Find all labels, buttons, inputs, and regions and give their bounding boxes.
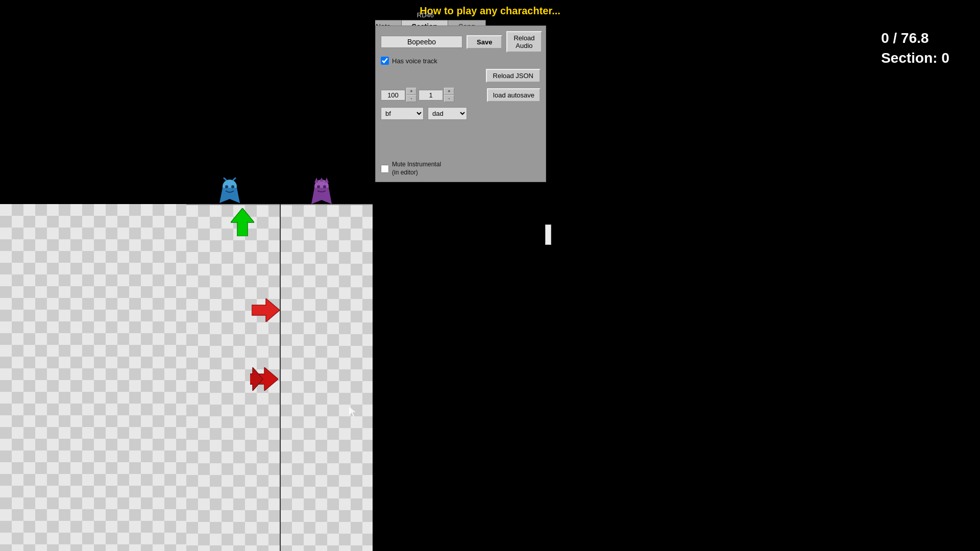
arrow-note-right-2 — [250, 367, 278, 393]
svg-marker-7 — [311, 188, 332, 204]
svg-line-2 — [224, 178, 227, 181]
svg-marker-17 — [349, 407, 356, 417]
character-bf — [214, 178, 245, 208]
stats-panel: 0 / 76.8 Section: 0 — [881, 28, 949, 68]
svg-marker-8 — [314, 178, 318, 183]
bpm-increment[interactable]: + — [406, 88, 416, 95]
bpm-spin-buttons: + - — [406, 88, 416, 102]
mute-instrumental-checkbox[interactable] — [381, 165, 389, 173]
bf-character-dropdown[interactable]: bf boyfriend bf-pixel — [381, 107, 424, 120]
game-area — [0, 0, 375, 551]
load-autosave-button[interactable]: load autosave — [487, 88, 541, 102]
reload-json-button[interactable]: Reload JSON — [486, 69, 541, 83]
svg-marker-16 — [250, 367, 263, 391]
cursor-indicator — [349, 407, 357, 418]
offset-input[interactable] — [419, 90, 443, 101]
save-button[interactable]: Save — [467, 35, 502, 49]
song-name-row: Save Reload Audio — [381, 31, 541, 53]
song-name-input[interactable] — [381, 36, 462, 48]
offset-group: + - — [419, 88, 454, 102]
reload-audio-button[interactable]: Reload Audio — [506, 31, 542, 53]
character-dad — [306, 178, 337, 208]
svg-point-5 — [231, 185, 234, 188]
svg-marker-13 — [231, 208, 254, 236]
bpm-decrement[interactable]: - — [406, 95, 416, 102]
dropdown-row: bf boyfriend bf-pixel dad monster spooky — [381, 107, 541, 120]
panel-scrollbar[interactable] — [545, 224, 551, 245]
checker-board-left — [0, 204, 186, 551]
progress-counter: 0 / 76.8 — [881, 28, 949, 48]
svg-marker-1 — [219, 188, 240, 203]
spinbox-row: + - + - load autosave — [381, 88, 541, 102]
svg-line-3 — [233, 178, 236, 181]
voice-track-label: Has voice track — [392, 57, 437, 65]
offset-decrement[interactable]: - — [444, 95, 454, 102]
main-panel: Save Reload Audio Has voice track Reload… — [375, 26, 546, 182]
offset-spin-buttons: + - — [444, 88, 454, 102]
mute-label: Mute Instrumental (in editor) — [392, 161, 441, 177]
voice-track-checkbox[interactable] — [381, 57, 389, 65]
voice-track-row: Has voice track — [381, 57, 541, 65]
arrow-note-right-1 — [252, 298, 280, 324]
svg-point-4 — [225, 185, 228, 188]
svg-marker-9 — [320, 178, 324, 182]
svg-point-12 — [323, 185, 326, 188]
arrow-note-up — [231, 208, 254, 238]
divider-line — [280, 204, 281, 551]
svg-point-11 — [317, 185, 320, 188]
section-counter: Section: 0 — [881, 48, 949, 68]
reload-json-row: Reload JSON — [381, 69, 541, 83]
rd-version-label: RD46 — [417, 11, 434, 19]
mute-row: Mute Instrumental (in editor) — [381, 161, 541, 177]
bpm-group: + - — [381, 88, 416, 102]
svg-marker-14 — [252, 298, 280, 322]
dad-character-dropdown[interactable]: dad monster spooky — [428, 107, 467, 120]
bpm-input[interactable] — [381, 90, 405, 101]
offset-increment[interactable]: + — [444, 88, 454, 95]
svg-marker-10 — [325, 178, 329, 183]
